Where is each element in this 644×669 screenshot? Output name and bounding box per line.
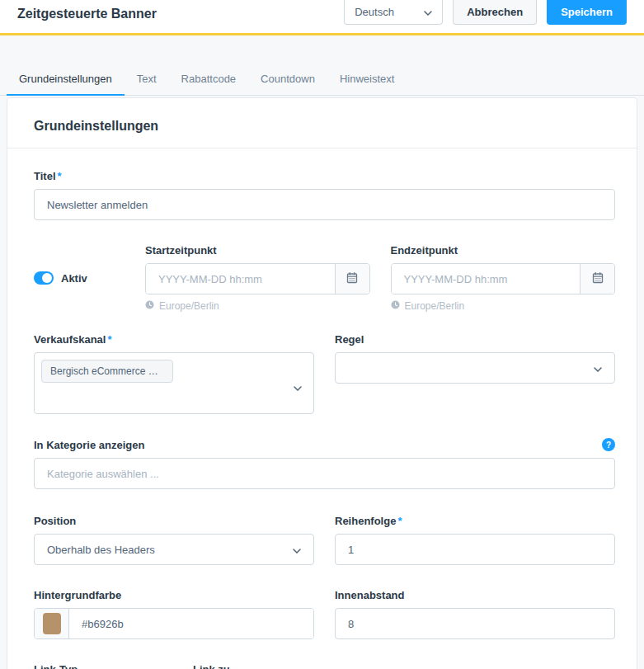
aktiv-toggle[interactable]: [34, 271, 54, 285]
tab-rabattcode[interactable]: Rabattcode: [169, 64, 249, 95]
ende-calendar-button[interactable]: [580, 264, 614, 294]
tab-countdown[interactable]: Countdown: [248, 64, 327, 95]
chevron-down-icon: [594, 362, 602, 375]
innenabstand-field: Innenabstand: [335, 589, 615, 639]
titel-input[interactable]: [34, 189, 615, 220]
innenabstand-input[interactable]: [335, 608, 615, 639]
tab-text[interactable]: Text: [125, 64, 169, 95]
chevron-down-icon: [293, 544, 301, 556]
row-kategorie: In Kategorie anzeigen ?: [34, 438, 615, 489]
regel-label: Regel: [335, 333, 615, 346]
settings-card: Grundeinstellungen Titel* Aktiv Startzei…: [7, 97, 637, 669]
linktyp-label: Link-Typ: [34, 663, 172, 669]
regel-select[interactable]: [335, 352, 615, 384]
language-select-value: Deutsch: [355, 6, 394, 18]
page-title: Zeitgesteuerte Banner: [17, 0, 157, 21]
kategorie-input[interactable]: [34, 458, 615, 489]
titel-label: Titel*: [34, 170, 615, 182]
linkzu-label: Link zu: [193, 663, 615, 669]
start-datetime-input[interactable]: [146, 264, 335, 294]
card-body: Titel* Aktiv Startzeitpunkt: [7, 148, 637, 669]
cancel-button[interactable]: Abbrechen: [453, 0, 537, 25]
toggle-knob: [42, 273, 52, 283]
start-label: Startzeitpunkt: [145, 244, 370, 257]
save-button[interactable]: Speichern: [547, 0, 627, 25]
regel-field: Regel: [335, 333, 615, 384]
reihenfolge-field: Reihenfolge*: [335, 515, 615, 565]
verkaufskanal-label: Verkaufskanal*: [34, 333, 314, 346]
position-label: Position: [34, 515, 314, 527]
sales-channel-tag[interactable]: Bergisch eCommerce GmbH De...: [41, 360, 173, 383]
calendar-icon: [346, 271, 359, 287]
language-select[interactable]: Deutsch: [344, 0, 443, 25]
hintergrundfarbe-input[interactable]: [69, 609, 313, 638]
linkzu-field: Link zu: [193, 663, 615, 669]
card-title: Grundeinstellungen: [34, 119, 610, 134]
start-calendar-button[interactable]: [335, 264, 369, 294]
tab-grundeinstellungen[interactable]: Grundeinstellungen: [7, 64, 125, 96]
row-link: Link-Typ URL Link zu: [34, 663, 615, 669]
help-icon[interactable]: ?: [602, 438, 615, 451]
ende-field: Endzeitpunkt: [391, 244, 616, 312]
verkaufskanal-multiselect[interactable]: Bergisch eCommerce GmbH De...: [34, 352, 314, 414]
required-asterisk: *: [397, 515, 402, 527]
aktiv-field: Aktiv: [34, 271, 125, 285]
position-select[interactable]: Oberhalb des Headers: [34, 534, 314, 565]
start-field: Startzeitpunkt: [145, 244, 370, 312]
verkaufskanal-field: Verkaufskanal* Bergisch eCommerce GmbH D…: [34, 333, 314, 414]
row-position-order: Position Oberhalb des Headers Reihenfolg…: [34, 515, 615, 565]
position-select-value: Oberhalb des Headers: [47, 544, 155, 556]
calendar-icon: [591, 271, 604, 287]
required-asterisk: *: [58, 170, 62, 182]
row-titel: Titel*: [34, 170, 615, 220]
row-schedule: Aktiv Startzeitpunkt: [34, 244, 615, 312]
reihenfolge-label: Reihenfolge*: [335, 515, 615, 527]
required-asterisk: *: [107, 333, 111, 346]
kategorie-label: In Kategorie anzeigen: [34, 439, 144, 451]
linktyp-field: Link-Typ URL: [34, 663, 172, 669]
clock-icon: [145, 300, 154, 312]
card-header: Grundeinstellungen: [7, 98, 637, 148]
innenabstand-label: Innenabstand: [335, 589, 615, 601]
color-picker-button[interactable]: [35, 609, 69, 638]
row-channel-rule: Verkaufskanal* Bergisch eCommerce GmbH D…: [34, 333, 615, 414]
hintergrundfarbe-label: Hintergrundfarbe: [34, 589, 314, 601]
aktiv-label: Aktiv: [61, 272, 87, 285]
hintergrundfarbe-field: Hintergrundfarbe: [34, 589, 314, 639]
start-timezone-hint: Europe/Berlin: [145, 300, 370, 312]
row-color-padding: Hintergrundfarbe Innenabstand: [34, 589, 615, 639]
ende-timezone-hint: Europe/Berlin: [391, 300, 616, 312]
smart-bar-actions: Deutsch Abbrechen Speichern: [344, 0, 627, 25]
chevron-down-icon: [424, 6, 432, 18]
chevron-down-icon: [294, 381, 302, 393]
position-field: Position Oberhalb des Headers: [34, 515, 314, 565]
ende-label: Endzeitpunkt: [391, 244, 616, 257]
ende-datetime-input[interactable]: [392, 264, 581, 294]
smart-bar: Zeitgesteuerte Banner Deutsch Abbrechen …: [0, 0, 644, 35]
clock-icon: [391, 300, 400, 312]
reihenfolge-input[interactable]: [335, 534, 615, 565]
tab-bar: Grundeinstellungen Text Rabattcode Count…: [0, 64, 644, 96]
tab-hinweistext[interactable]: Hinweistext: [327, 64, 407, 95]
color-swatch: [43, 613, 61, 634]
